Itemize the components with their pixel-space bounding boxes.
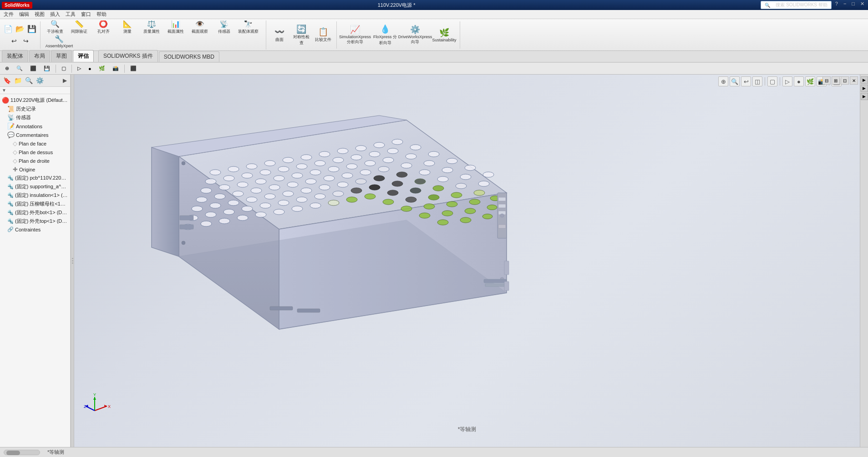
clearance-verify-button[interactable]: 📏 间隙验证 — [67, 20, 91, 34]
vp-prev-view[interactable]: ↩ — [741, 76, 751, 86]
right-panel-btn2[interactable]: ▶ — [861, 85, 868, 92]
save-button[interactable]: 💾 — [26, 24, 37, 35]
flo-xpress-button[interactable]: 💧 FloXpress 分析向导 — [371, 22, 399, 48]
right-panel-btn1[interactable]: ▶ — [861, 76, 868, 84]
undo-button[interactable]: ↩ — [9, 35, 20, 46]
hole-align-button[interactable]: ⭕ 孔对齐 — [91, 20, 115, 34]
appearance-button[interactable]: 📸 — [109, 64, 122, 73]
menu-file[interactable]: 文件 — [1, 10, 16, 19]
menu-view[interactable]: 视图 — [32, 10, 47, 19]
corner-split-h[interactable]: ⊞ — [832, 76, 840, 85]
compare-docs-button[interactable]: 📋 比较文件 — [313, 22, 334, 48]
tree-annotations[interactable]: 📝 Annotations — [0, 122, 70, 131]
3d-viewport[interactable]: ⊕ 🔍 ↩ ◫ ▢ ▷ ● 🌿 📸 ⬛ ⊟ ⊞ ⊡ ✕ — [74, 75, 860, 447]
vp-hide-show[interactable]: ▷ — [782, 76, 792, 86]
tree-root[interactable]: 🔴 110V.220V电源 (Défaut<显示... — [0, 96, 70, 105]
svg-point-85 — [428, 195, 439, 200]
tree-shell-bot[interactable]: 🔩 (固定) 外壳bot<1> (Défau... — [0, 208, 70, 217]
menu-edit[interactable]: 编辑 — [16, 10, 32, 19]
h-scrollbar[interactable] — [4, 450, 40, 455]
scene-button[interactable]: 🌿 — [96, 64, 108, 73]
zoom-area-button[interactable]: 🔍 — [13, 64, 26, 73]
tab-evaluate[interactable]: 评估 — [73, 50, 94, 62]
redo-button[interactable]: ↪ — [20, 35, 31, 46]
surface-button[interactable]: 〰️ 曲面 — [269, 22, 290, 48]
tab-sw-plugins[interactable]: SOLIDWORKS 插件 — [98, 50, 158, 62]
search-box[interactable]: 🔍 搜索 SOLIDWORKS 帮助 — [761, 1, 831, 9]
tree-insulation[interactable]: 🔩 (固定) insulation<1> (Déf... — [0, 191, 70, 200]
open-button[interactable]: 📂 — [15, 24, 25, 35]
vp-display-style[interactable]: ▢ — [767, 76, 777, 86]
sim-xpress-button[interactable]: 📈 SimulationXpress 分析向导 — [340, 22, 371, 48]
tree-contraintes[interactable]: 🔗 Contraintes — [0, 226, 70, 233]
mass-props-button[interactable]: ⚖️ 质量属性 — [140, 20, 163, 34]
help-button[interactable]: ? — [833, 1, 840, 9]
sw-logo-badge: SolidWorks — [2, 2, 32, 9]
vp-orient[interactable]: ◫ — [752, 76, 762, 86]
tree-plan-face[interactable]: ◇ Plan de face — [0, 139, 70, 148]
menu-insert[interactable]: 插入 — [47, 10, 63, 19]
sensor-button[interactable]: 📡 传感器 — [212, 20, 236, 34]
window-controls[interactable]: 🔍 搜索 SOLIDWORKS 帮助 ? − □ ✕ — [761, 1, 866, 9]
minimize-button[interactable]: − — [842, 1, 848, 9]
measure-button[interactable]: 📐 测量 — [116, 20, 139, 34]
right-panel-btn3[interactable]: ▶ — [861, 93, 868, 100]
tree-pillar[interactable]: 🔩 (固定) 压柳螺母柱<1> (Dé... — [0, 200, 70, 208]
tree-pcb[interactable]: 🔩 (固定) pcb^110V.220V电... — [0, 174, 70, 182]
sim-icon: 📈 — [350, 25, 360, 35]
svg-point-92 — [242, 206, 253, 211]
assembly-view-button[interactable]: 🔭 装配体观察 — [236, 20, 260, 34]
driveworks-button[interactable]: ⚙️ DriveWorksXpress 向导 — [400, 22, 431, 48]
new-button[interactable]: 📄 — [3, 24, 14, 35]
maximize-button[interactable]: □ — [850, 1, 857, 9]
property-tab[interactable]: 📁 — [13, 75, 23, 85]
tree-plan-droite[interactable]: ◇ Plan de droite — [0, 156, 70, 165]
corner-split-v[interactable]: ⊡ — [841, 76, 849, 85]
view-3d-button[interactable]: 💾 — [41, 64, 53, 73]
panel-resize-handle[interactable] — [71, 75, 74, 447]
tree-sensor[interactable]: 📡 传感器 — [0, 113, 70, 122]
tree-supporting[interactable]: 🔩 (固定) supporting_a^110V... — [0, 182, 70, 191]
tree-origine[interactable]: ✚ Origine — [0, 165, 70, 174]
tab-layout[interactable]: 布局 — [29, 50, 50, 62]
tree-shell-top[interactable]: 🔩 (固定) 外壳top<1> (Défau... — [0, 217, 70, 226]
lighting-button[interactable]: ● — [85, 65, 95, 73]
zoom-fit-button[interactable]: ⊕ — [2, 64, 12, 73]
tree-commentaires[interactable]: 💬 Commentaires — [0, 131, 70, 139]
close-button[interactable]: ✕ — [858, 1, 866, 9]
tab-sw-mbd[interactable]: SOLIDWORKS MBD — [159, 51, 219, 62]
config-tab[interactable]: 🔍 — [24, 75, 34, 85]
mass-icon: ⚖️ — [147, 20, 156, 29]
tab-assembly[interactable]: 装配体 — [2, 50, 28, 62]
svg-point-104 — [460, 217, 471, 223]
section-view-button[interactable]: 👁️ 截面观察 — [188, 20, 212, 34]
menu-help[interactable]: 帮助 — [94, 10, 109, 19]
feature-tree-tab[interactable]: 🔖 — [2, 75, 12, 85]
svg-text:X: X — [108, 404, 111, 409]
vp-zoom-to-fit[interactable]: ⊕ — [718, 76, 728, 86]
sustainability-button[interactable]: 🌿 Sustainability — [431, 22, 457, 48]
interference-check-button[interactable]: 🔍 干涉检查 — [43, 20, 67, 34]
h-scrollbar-thumb[interactable] — [6, 451, 20, 455]
vp-scene[interactable]: 🌿 — [805, 76, 815, 86]
tab-bar: 装配体 布局 草图 评估 SOLIDWORKS 插件 SOLIDWORKS MB… — [0, 51, 868, 63]
view-options-button[interactable]: ▷ — [74, 64, 84, 73]
assembly-xpert-button[interactable]: 🔧 AssemblyXpert — [43, 35, 75, 48]
section-props-button[interactable]: 📊 截面属性 — [164, 20, 188, 34]
tree-history[interactable]: 📜 历史记录 — [0, 105, 70, 113]
display-style-button[interactable]: ▢ — [58, 64, 69, 73]
expand-panel-button[interactable]: ▶ — [61, 77, 68, 84]
tree-plan-dessus[interactable]: ◇ Plan de dessus — [0, 148, 70, 156]
corner-close[interactable]: ✕ — [850, 76, 858, 85]
view-orient-button[interactable]: ⬛ — [27, 64, 40, 73]
display-tab[interactable]: ⚙️ — [35, 75, 45, 85]
symmetry-check-button[interactable]: 🔄 对称性检查 — [291, 22, 312, 48]
vp-zoom-area[interactable]: 🔍 — [730, 76, 740, 86]
vp-appearance[interactable]: ● — [794, 76, 804, 86]
svg-point-114 — [346, 197, 357, 202]
menu-window[interactable]: 窗口 — [78, 10, 94, 19]
tab-sketch[interactable]: 草图 — [51, 50, 72, 62]
section-display-button[interactable]: ⬛ — [127, 64, 140, 73]
menu-tools[interactable]: 工具 — [63, 10, 78, 19]
corner-expand[interactable]: ⊟ — [822, 76, 831, 85]
